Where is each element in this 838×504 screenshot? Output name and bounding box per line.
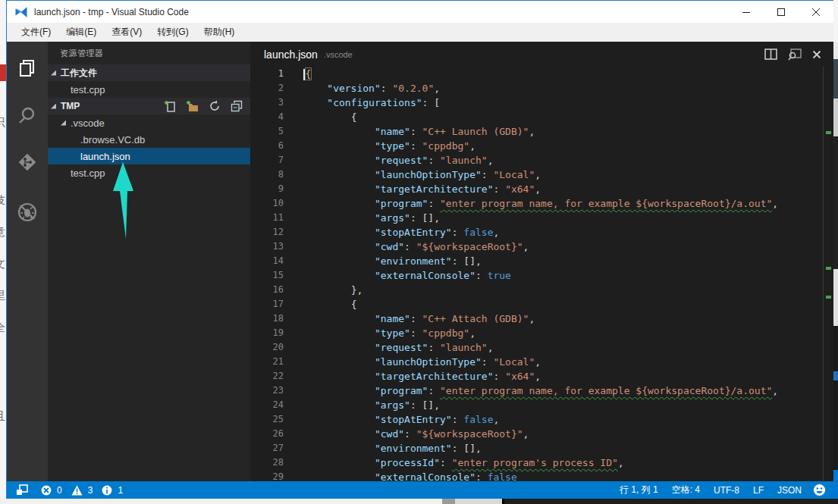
vscode-window: launch.json - tmp - Visual Studio Code 文… (6, 0, 834, 499)
background-text-fragment: 里 (0, 289, 5, 303)
tree-item-.browse.vc.db[interactable]: .browse.VC.db (48, 131, 250, 148)
code-line: 12 "stopAtEntry": false, (250, 225, 833, 239)
menu-item-0[interactable]: 文件(F) (14, 23, 58, 41)
tab-launch-json[interactable]: launch.json (264, 49, 318, 61)
eol-indicator[interactable]: LF (746, 485, 771, 496)
editor-code-area[interactable]: 1{2 "version": "0.2.0",3 "configurations… (250, 67, 833, 481)
minimize-button[interactable] (729, 1, 764, 23)
feedback-smiley-icon[interactable] (813, 484, 826, 496)
indentation-indicator[interactable]: 空格: 4 (665, 484, 707, 496)
tree-section--[interactable]: 工作文件 (48, 64, 250, 81)
code-line: 2 "version": "0.2.0", (250, 81, 833, 95)
line-number: 21 (250, 355, 284, 369)
close-editor-icon[interactable] (812, 50, 821, 59)
line-number: 22 (250, 369, 284, 383)
tree-item-test.cpp[interactable]: test.cpp (48, 164, 250, 181)
activity-bar (7, 42, 48, 481)
line-number: 18 (250, 311, 284, 326)
line-number: 26 (250, 427, 284, 441)
desktop: il识技意文里全且 launch.json - tmp - Visual Stu… (0, 0, 838, 504)
explorer-icon[interactable] (7, 51, 48, 86)
line-number: 13 (250, 239, 284, 254)
code-line: 27 "environment": [], (250, 441, 833, 455)
warning-icon (71, 485, 83, 496)
code-line: 7 "request": "launch", (250, 153, 833, 167)
background-text-fragment: 全 (0, 321, 5, 335)
code-line: 9 "targetArchitecture": "x64", (250, 182, 833, 196)
expand-twisty-icon[interactable] (61, 121, 66, 126)
language-indicator[interactable]: JSON (771, 485, 808, 496)
code-line: 18 "name": "C++ Attach (GDB)", (250, 311, 833, 326)
expand-twisty-icon[interactable] (51, 104, 56, 109)
code-line: 28 "processId": "enter program's process… (250, 455, 833, 470)
code-line: 14 "environment": [], (250, 254, 833, 268)
tree-item-label: TMP (61, 101, 80, 111)
menu-item-4[interactable]: 帮助(H) (196, 23, 243, 41)
editor-tab-bar: launch.json .vscode (250, 42, 833, 67)
debug-icon[interactable] (7, 195, 48, 230)
line-number: 9 (250, 182, 284, 196)
line-number: 15 (250, 268, 284, 283)
line-number: 20 (250, 340, 284, 355)
line-number: 27 (250, 441, 284, 455)
code-line: 10 "program": "enter program name, for e… (250, 196, 833, 211)
overview-ruler-warning-mark (826, 131, 831, 134)
code-line: 8 "launchOptionType": "Local", (250, 167, 833, 182)
overview-ruler-warning-mark (826, 267, 831, 270)
source-control-icon[interactable] (7, 145, 48, 180)
line-number: 6 (250, 139, 284, 153)
code-line: 19 "type": "cppdbg", (250, 326, 833, 340)
refresh-icon[interactable] (209, 100, 221, 112)
code-line: 3 "configurations": [ (250, 95, 833, 110)
cursor-position[interactable]: 行 1, 列 1 (613, 484, 665, 496)
maximize-button[interactable] (764, 1, 799, 23)
line-number: 23 (250, 383, 284, 398)
expand-twisty-icon[interactable] (51, 70, 56, 76)
line-number: 24 (250, 398, 284, 412)
code-line: 1{ (250, 67, 833, 81)
split-editor-icon[interactable] (764, 49, 777, 60)
tab-detail: .vscode (324, 50, 353, 59)
code-line: 11 "args": [], (250, 211, 833, 225)
code-line: 24 "args": [], (250, 398, 833, 412)
code-line: 17 { (250, 297, 833, 311)
editor-group: launch.json .vscode (250, 42, 833, 481)
tree-item-label: .vscode (71, 117, 105, 129)
menu-item-2[interactable]: 查看(V) (104, 23, 149, 41)
tree-item-label: test.cpp (71, 84, 105, 95)
line-number: 2 (250, 81, 284, 95)
new-folder-icon[interactable] (186, 100, 199, 112)
encoding-indicator[interactable]: UTF-8 (707, 485, 746, 496)
title-bar: launch.json - tmp - Visual Studio Code (7, 1, 833, 23)
overview-ruler-warning-mark (826, 296, 831, 299)
code-line: 13 "cwd": "${workspaceRoot}", (250, 239, 833, 254)
overview-ruler (823, 67, 824, 481)
tree-item-test.cpp[interactable]: test.cpp (48, 81, 250, 98)
file-tree: 工作文件test.cppTMP.vscode.browse.VC.dblaunc… (48, 64, 250, 181)
tree-item-label: launch.json (80, 151, 130, 162)
tree-item-label: .browse.VC.db (80, 134, 145, 146)
background-text-fragment: 识 (0, 115, 5, 130)
problems-indicator[interactable]: 0 3 1 (41, 485, 123, 496)
line-number: 14 (250, 254, 284, 268)
close-window-button[interactable] (799, 1, 833, 23)
text-cursor (303, 69, 305, 80)
tree-item-.vscode[interactable]: .vscode (48, 114, 250, 131)
open-preview-icon[interactable] (788, 49, 802, 61)
status-squares-icon[interactable] (16, 484, 28, 496)
menu-item-1[interactable]: 编辑(E) (58, 23, 104, 41)
new-file-icon[interactable] (164, 100, 176, 112)
line-number: 4 (250, 110, 284, 124)
tree-item-launch.json[interactable]: launch.json (48, 148, 250, 164)
line-number: 19 (250, 326, 284, 340)
collapse-all-icon[interactable] (231, 100, 243, 112)
code-line: 22 "targetArchitecture": "x64", (250, 369, 833, 383)
line-number: 1 (250, 67, 284, 81)
background-window-right (833, 0, 838, 504)
search-icon[interactable] (7, 98, 48, 133)
line-number: 17 (250, 297, 284, 311)
menu-item-3[interactable]: 转到(G) (149, 23, 196, 41)
code-line: 20 "request": "launch", (250, 340, 833, 355)
tree-section-tmp[interactable]: TMP (48, 98, 250, 114)
line-number: 10 (250, 196, 284, 211)
